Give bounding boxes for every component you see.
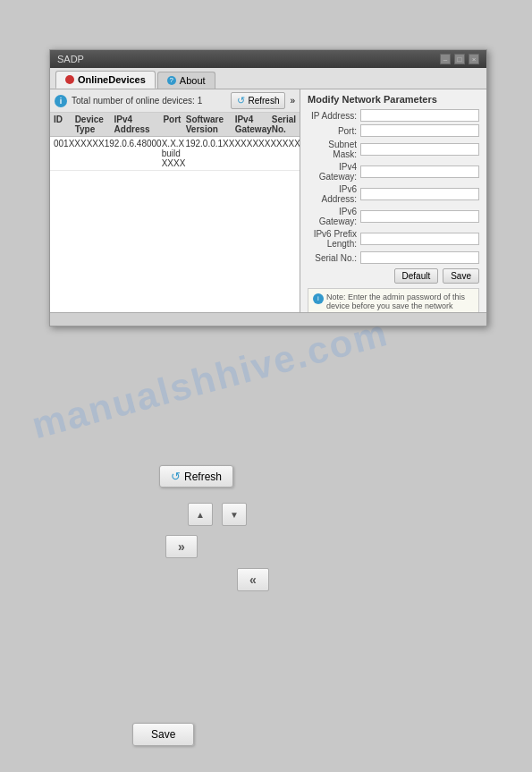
tab-dot-icon bbox=[65, 75, 74, 84]
tab-question-icon: ? bbox=[167, 76, 176, 85]
save-button-right[interactable]: Save bbox=[443, 268, 479, 284]
label-ipv6prefix: IPv6 Prefix Length: bbox=[308, 229, 360, 249]
input-port[interactable] bbox=[360, 124, 479, 137]
field-ipv6gateway: IPv6 Gateway: bbox=[308, 207, 479, 226]
total-count-text: Total number of online devices: 1 bbox=[72, 96, 226, 106]
page-save-button[interactable]: Save bbox=[132, 723, 194, 746]
label-ipv4gateway: IPv4 Gateway: bbox=[308, 162, 360, 182]
col-header-ipv4: IPv4 Address bbox=[114, 115, 164, 134]
row-gw: 192.0.0.1 bbox=[185, 139, 223, 168]
field-ipaddress: IP Address: bbox=[308, 109, 479, 122]
expand-icon[interactable]: » bbox=[290, 96, 295, 106]
title-bar: SADP – □ × bbox=[50, 50, 486, 68]
tab-online-devices-label: OnlineDevices bbox=[78, 74, 146, 85]
tab-about-label: About bbox=[180, 75, 206, 86]
field-ipv6address: IPv6 Address: bbox=[308, 184, 479, 204]
field-ipv6prefix: IPv6 Prefix Length: bbox=[308, 229, 479, 249]
title-bar-controls: – □ × bbox=[440, 54, 479, 64]
col-header-type: Device Type bbox=[75, 115, 114, 134]
row-port: 8000 bbox=[141, 139, 161, 168]
col-header-port: Port bbox=[163, 115, 185, 134]
close-button[interactable]: × bbox=[469, 54, 479, 64]
table-header: ID Device Type IPv4 Address Port Softwar… bbox=[50, 113, 300, 137]
row-type: XXXXXX bbox=[69, 139, 105, 168]
table-row[interactable]: 001 XXXXXX 192.0.6.4 8000 X.X.X build XX… bbox=[50, 137, 300, 171]
status-bar bbox=[50, 312, 486, 326]
input-subnetmask[interactable] bbox=[360, 143, 479, 156]
row-sw: X.X.X build XXXX bbox=[162, 139, 186, 168]
content-area: i Total number of online devices: 1 ↺ Re… bbox=[50, 89, 486, 318]
page-forward-button[interactable]: » bbox=[165, 535, 198, 558]
watermark: manualshhive.com bbox=[28, 311, 393, 448]
tab-online-devices[interactable]: OnlineDevices bbox=[55, 71, 156, 89]
default-button[interactable]: Default bbox=[394, 268, 439, 284]
page-back-button[interactable]: « bbox=[237, 568, 269, 591]
label-ipv6address: IPv6 Address: bbox=[308, 184, 360, 204]
page-refresh-button[interactable]: ↺ Refresh bbox=[159, 465, 233, 488]
refresh-label-small: Refresh bbox=[248, 96, 279, 106]
label-ipv6gateway: IPv6 Gateway: bbox=[308, 207, 360, 226]
input-serialno[interactable] bbox=[360, 251, 479, 264]
label-port: Port: bbox=[308, 126, 360, 136]
page-arrow-down-button[interactable]: ▼ bbox=[222, 503, 247, 526]
window-title: SADP bbox=[57, 54, 84, 64]
input-ipv6prefix[interactable] bbox=[360, 233, 479, 245]
label-ipaddress: IP Address: bbox=[308, 111, 360, 121]
field-subnetmask: Subnet Mask: bbox=[308, 140, 479, 159]
col-header-gw: IPv4 Gateway bbox=[235, 115, 272, 134]
row-serial: XXXXXXXXXXXXXXXX bbox=[223, 139, 300, 168]
field-ipv4gateway: IPv4 Gateway: bbox=[308, 162, 479, 182]
field-port: Port: bbox=[308, 124, 479, 137]
page-arrow-up-button[interactable]: ▲ bbox=[188, 503, 213, 526]
tab-about[interactable]: ? About bbox=[157, 72, 215, 89]
arrow-up-icon: ▲ bbox=[196, 510, 205, 520]
col-header-id: ID bbox=[54, 115, 75, 134]
right-panel: Modify Network Parameters IP Address: Po… bbox=[300, 89, 486, 318]
col-header-serial: Serial No. bbox=[272, 115, 296, 134]
minimize-button[interactable]: – bbox=[440, 54, 451, 64]
refresh-button-small[interactable]: ↺ Refresh bbox=[231, 92, 285, 109]
form-buttons: Default Save bbox=[308, 268, 479, 284]
input-ipv6gateway[interactable] bbox=[360, 210, 479, 223]
row-ipv4: 192.0.6.4 bbox=[105, 139, 142, 168]
input-ipv4gateway[interactable] bbox=[360, 165, 479, 178]
row-id: 001 bbox=[54, 139, 69, 168]
page-refresh-label: Refresh bbox=[184, 471, 222, 483]
col-header-sw: Software Version bbox=[186, 115, 235, 134]
toolbar-row: i Total number of online devices: 1 ↺ Re… bbox=[50, 89, 300, 113]
tab-bar: OnlineDevices ? About bbox=[50, 68, 486, 89]
note-icon-1: i bbox=[313, 293, 324, 304]
field-serialno: Serial No.: bbox=[308, 251, 479, 264]
table-body: 001 XXXXXX 192.0.6.4 8000 X.X.X build XX… bbox=[50, 137, 300, 318]
label-serialno: Serial No.: bbox=[308, 253, 360, 263]
main-window: SADP – □ × OnlineDevices ? About i Total… bbox=[49, 49, 487, 327]
input-ipaddress[interactable] bbox=[360, 109, 479, 122]
refresh-icon-small: ↺ bbox=[237, 95, 245, 106]
back-icon: « bbox=[249, 573, 257, 587]
panel-title: Modify Network Parameters bbox=[308, 94, 479, 105]
input-ipv6address[interactable] bbox=[360, 188, 479, 200]
forward-icon: » bbox=[178, 539, 185, 554]
arrow-down-icon: ▼ bbox=[230, 510, 239, 520]
left-panel: i Total number of online devices: 1 ↺ Re… bbox=[50, 89, 300, 318]
page-refresh-icon: ↺ bbox=[171, 470, 181, 483]
label-subnetmask: Subnet Mask: bbox=[308, 140, 360, 159]
maximize-button[interactable]: □ bbox=[454, 54, 465, 64]
info-icon: i bbox=[55, 95, 67, 107]
